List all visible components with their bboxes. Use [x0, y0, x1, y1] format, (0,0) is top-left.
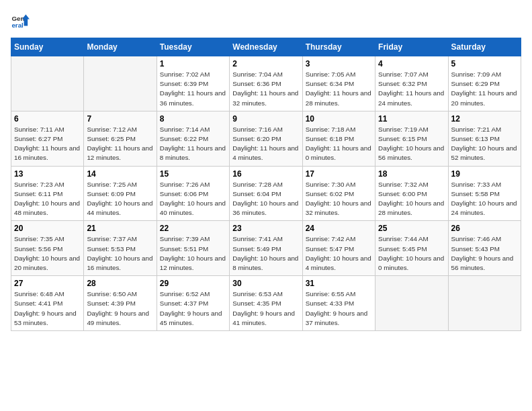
day-info: Sunrise: 7:46 AM Sunset: 5:43 PM Dayligh…: [451, 234, 518, 273]
calendar-cell: [84, 56, 157, 111]
calendar-cell: 30Sunrise: 6:53 AM Sunset: 4:35 PM Dayli…: [230, 276, 302, 331]
day-info: Sunrise: 7:05 AM Sunset: 6:34 PM Dayligh…: [306, 70, 372, 108]
day-number: 11: [378, 114, 445, 124]
day-info: Sunrise: 7:19 AM Sunset: 6:15 PM Dayligh…: [378, 125, 445, 163]
day-info: Sunrise: 7:32 AM Sunset: 6:00 PM Dayligh…: [378, 180, 445, 218]
day-info: Sunrise: 7:09 AM Sunset: 6:29 PM Dayligh…: [451, 70, 518, 108]
day-number: 23: [232, 224, 299, 233]
day-number: 27: [14, 279, 81, 288]
day-number: 26: [451, 224, 518, 233]
day-info: Sunrise: 7:39 AM Sunset: 5:51 PM Dayligh…: [160, 234, 226, 273]
day-number: 29: [160, 279, 226, 288]
day-info: Sunrise: 7:23 AM Sunset: 6:11 PM Dayligh…: [14, 180, 81, 218]
day-number: 9: [232, 114, 299, 124]
day-number: 7: [87, 114, 153, 124]
calendar-cell: 6Sunrise: 7:11 AM Sunset: 6:27 PM Daylig…: [11, 111, 84, 166]
calendar-table: SundayMondayTuesdayWednesdayThursdayFrid…: [11, 38, 521, 331]
day-number: 17: [306, 169, 372, 179]
day-number: 19: [451, 169, 518, 179]
calendar-header: SundayMondayTuesdayWednesdayThursdayFrid…: [11, 38, 521, 56]
day-info: Sunrise: 7:16 AM Sunset: 6:20 PM Dayligh…: [232, 125, 299, 163]
day-number: 24: [306, 224, 372, 233]
week-row: 1Sunrise: 7:02 AM Sunset: 6:39 PM Daylig…: [11, 56, 521, 111]
day-number: 1: [160, 59, 226, 68]
day-number: 8: [160, 114, 226, 124]
day-info: Sunrise: 7:18 AM Sunset: 6:18 PM Dayligh…: [306, 125, 372, 163]
logo-icon: Gen eral: [11, 11, 30, 30]
calendar-cell: 4Sunrise: 7:07 AM Sunset: 6:32 PM Daylig…: [375, 56, 448, 111]
day-number: 2: [232, 59, 299, 68]
calendar-cell: 31Sunrise: 6:55 AM Sunset: 4:33 PM Dayli…: [302, 276, 375, 331]
calendar-cell: [375, 276, 448, 331]
calendar-cell: 21Sunrise: 7:37 AM Sunset: 5:53 PM Dayli…: [84, 221, 157, 276]
calendar-cell: 11Sunrise: 7:19 AM Sunset: 6:15 PM Dayli…: [375, 111, 448, 166]
day-info: Sunrise: 7:28 AM Sunset: 6:04 PM Dayligh…: [232, 180, 299, 218]
calendar-cell: 8Sunrise: 7:14 AM Sunset: 6:22 PM Daylig…: [157, 111, 229, 166]
day-number: 10: [306, 114, 372, 124]
day-number: 21: [87, 224, 153, 233]
calendar-cell: 14Sunrise: 7:25 AM Sunset: 6:09 PM Dayli…: [84, 166, 157, 221]
day-info: Sunrise: 6:55 AM Sunset: 4:33 PM Dayligh…: [306, 289, 372, 328]
calendar-body: 1Sunrise: 7:02 AM Sunset: 6:39 PM Daylig…: [11, 56, 521, 331]
day-info: Sunrise: 7:25 AM Sunset: 6:09 PM Dayligh…: [87, 180, 153, 218]
calendar-cell: 20Sunrise: 7:35 AM Sunset: 5:56 PM Dayli…: [11, 221, 84, 276]
day-info: Sunrise: 6:48 AM Sunset: 4:41 PM Dayligh…: [14, 289, 81, 328]
calendar-cell: 12Sunrise: 7:21 AM Sunset: 6:13 PM Dayli…: [448, 111, 521, 166]
calendar-cell: 10Sunrise: 7:18 AM Sunset: 6:18 PM Dayli…: [302, 111, 375, 166]
day-info: Sunrise: 7:11 AM Sunset: 6:27 PM Dayligh…: [14, 125, 81, 163]
header-cell-wednesday: Wednesday: [230, 38, 302, 56]
header-cell-tuesday: Tuesday: [157, 38, 229, 56]
day-number: 20: [14, 224, 81, 233]
day-number: 3: [306, 59, 372, 68]
calendar-cell: 22Sunrise: 7:39 AM Sunset: 5:51 PM Dayli…: [157, 221, 229, 276]
calendar-cell: 15Sunrise: 7:26 AM Sunset: 6:06 PM Dayli…: [157, 166, 229, 221]
day-info: Sunrise: 7:21 AM Sunset: 6:13 PM Dayligh…: [451, 125, 518, 163]
day-number: 12: [451, 114, 518, 124]
header-cell-saturday: Saturday: [448, 38, 521, 56]
day-number: 6: [14, 114, 81, 124]
calendar-cell: 28Sunrise: 6:50 AM Sunset: 4:39 PM Dayli…: [84, 276, 157, 331]
week-row: 13Sunrise: 7:23 AM Sunset: 6:11 PM Dayli…: [11, 166, 521, 221]
day-number: 16: [232, 169, 299, 179]
day-info: Sunrise: 7:30 AM Sunset: 6:02 PM Dayligh…: [306, 180, 372, 218]
calendar-cell: 17Sunrise: 7:30 AM Sunset: 6:02 PM Dayli…: [302, 166, 375, 221]
svg-text:eral: eral: [11, 21, 24, 29]
calendar-cell: 23Sunrise: 7:41 AM Sunset: 5:49 PM Dayli…: [230, 221, 302, 276]
calendar-cell: 1Sunrise: 7:02 AM Sunset: 6:39 PM Daylig…: [157, 56, 229, 111]
day-number: 28: [87, 279, 153, 288]
day-info: Sunrise: 7:14 AM Sunset: 6:22 PM Dayligh…: [160, 125, 226, 163]
calendar-cell: 19Sunrise: 7:33 AM Sunset: 5:58 PM Dayli…: [448, 166, 521, 221]
calendar-cell: 16Sunrise: 7:28 AM Sunset: 6:04 PM Dayli…: [230, 166, 302, 221]
day-number: 4: [378, 59, 445, 68]
calendar-cell: 5Sunrise: 7:09 AM Sunset: 6:29 PM Daylig…: [448, 56, 521, 111]
calendar-cell: 3Sunrise: 7:05 AM Sunset: 6:34 PM Daylig…: [302, 56, 375, 111]
calendar-cell: 9Sunrise: 7:16 AM Sunset: 6:20 PM Daylig…: [230, 111, 302, 166]
week-row: 6Sunrise: 7:11 AM Sunset: 6:27 PM Daylig…: [11, 111, 521, 166]
day-number: 18: [378, 169, 445, 179]
day-info: Sunrise: 7:44 AM Sunset: 5:45 PM Dayligh…: [378, 234, 445, 273]
day-number: 22: [160, 224, 226, 233]
day-info: Sunrise: 7:04 AM Sunset: 6:36 PM Dayligh…: [232, 70, 299, 108]
day-info: Sunrise: 7:12 AM Sunset: 6:25 PM Dayligh…: [87, 125, 153, 163]
calendar-cell: [448, 276, 521, 331]
day-info: Sunrise: 7:07 AM Sunset: 6:32 PM Dayligh…: [378, 70, 445, 108]
calendar-cell: 26Sunrise: 7:46 AM Sunset: 5:43 PM Dayli…: [448, 221, 521, 276]
calendar-cell: 27Sunrise: 6:48 AM Sunset: 4:41 PM Dayli…: [11, 276, 84, 331]
week-row: 27Sunrise: 6:48 AM Sunset: 4:41 PM Dayli…: [11, 276, 521, 331]
logo: Gen eral: [11, 11, 32, 30]
day-info: Sunrise: 7:37 AM Sunset: 5:53 PM Dayligh…: [87, 234, 153, 273]
day-number: 14: [87, 169, 153, 179]
day-number: 31: [306, 279, 372, 288]
day-info: Sunrise: 6:50 AM Sunset: 4:39 PM Dayligh…: [87, 289, 153, 328]
calendar-cell: 2Sunrise: 7:04 AM Sunset: 6:36 PM Daylig…: [230, 56, 302, 111]
day-number: 13: [14, 169, 81, 179]
calendar-cell: 29Sunrise: 6:52 AM Sunset: 4:37 PM Dayli…: [157, 276, 229, 331]
calendar-cell: 7Sunrise: 7:12 AM Sunset: 6:25 PM Daylig…: [84, 111, 157, 166]
day-number: 25: [378, 224, 445, 233]
calendar-cell: 13Sunrise: 7:23 AM Sunset: 6:11 PM Dayli…: [11, 166, 84, 221]
header-cell-monday: Monday: [84, 38, 157, 56]
day-number: 5: [451, 59, 518, 68]
header-row: SundayMondayTuesdayWednesdayThursdayFrid…: [11, 38, 521, 56]
day-info: Sunrise: 7:02 AM Sunset: 6:39 PM Dayligh…: [160, 70, 226, 108]
day-number: 15: [160, 169, 226, 179]
